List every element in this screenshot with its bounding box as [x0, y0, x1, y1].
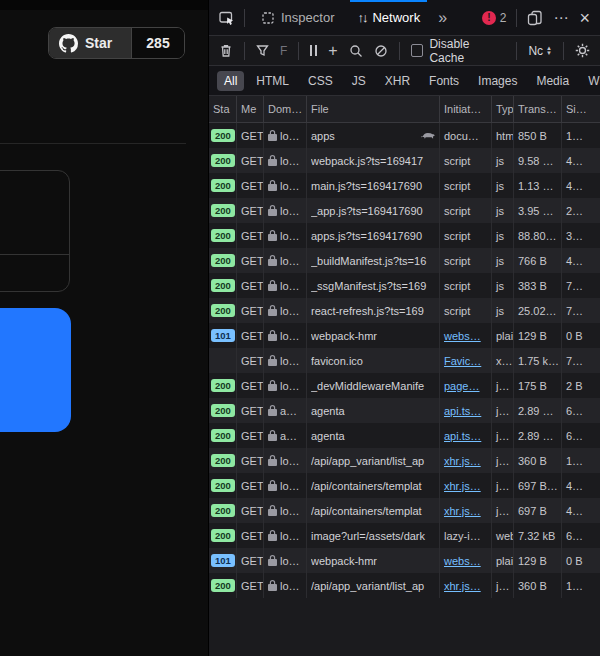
responsive-design-icon[interactable]	[527, 10, 543, 26]
tab-inspector[interactable]: Inspector	[254, 0, 341, 36]
meatball-menu-icon[interactable]: ⋯	[553, 9, 569, 27]
filter-tab-js[interactable]: JS	[345, 71, 373, 91]
initiator-label[interactable]: lazy-i…	[444, 530, 481, 542]
table-row[interactable]: 200 GET lo… _ssgManifest.js?ts=169 scrip…	[209, 273, 600, 298]
error-counter[interactable]: ! 2	[482, 11, 507, 25]
cell-initiator[interactable]: script	[440, 273, 492, 298]
col-status[interactable]: Sta	[209, 96, 237, 122]
clear-requests-icon[interactable]	[219, 43, 233, 58]
col-type[interactable]: Typ	[492, 96, 514, 122]
cell-type: j…	[492, 373, 514, 398]
more-tabs-icon[interactable]: »	[436, 9, 449, 27]
filter-tab-html[interactable]: HTML	[249, 71, 296, 91]
initiator-label[interactable]: page…	[444, 380, 479, 392]
initiator-label[interactable]: webs…	[444, 330, 481, 342]
cell-initiator[interactable]: xhr.js…	[440, 573, 492, 598]
cell-initiator[interactable]: script	[440, 173, 492, 198]
cell-initiator[interactable]: xhr.js…	[440, 473, 492, 498]
table-row[interactable]: GET lo… favicon.ico Favic… x… 1.75 k… 7…	[209, 348, 600, 373]
initiator-label[interactable]: script	[444, 205, 470, 217]
filter-tab-media[interactable]: Media	[529, 71, 576, 91]
table-row[interactable]: 200 GET lo… apps docu… htm 850 B 1…	[209, 123, 600, 148]
cell-initiator[interactable]: docu…	[440, 123, 492, 148]
table-row[interactable]: 200 GET lo… apps.js?ts=169417690 script …	[209, 223, 600, 248]
cell-initiator[interactable]: script	[440, 198, 492, 223]
table-row[interactable]: 200 GET lo… react-refresh.js?ts=169 scri…	[209, 298, 600, 323]
cell-type: js	[492, 173, 514, 198]
cell-initiator[interactable]: api.ts…	[440, 423, 492, 448]
filter-tab-ws[interactable]: WS	[581, 71, 600, 91]
initiator-label[interactable]: script	[444, 255, 470, 267]
table-row[interactable]: 200 GET lo… webpack.js?ts=169417 script …	[209, 148, 600, 173]
cell-initiator[interactable]: xhr.js…	[440, 448, 492, 473]
filter-tab-all[interactable]: All	[217, 71, 244, 91]
cell-initiator[interactable]: Favic…	[440, 348, 492, 373]
initiator-label[interactable]: script	[444, 280, 470, 292]
initiator-label[interactable]: xhr.js…	[444, 580, 481, 592]
filter-tab-xhr[interactable]: XHR	[378, 71, 417, 91]
initiator-label[interactable]: xhr.js…	[444, 480, 481, 492]
new-request-icon[interactable]: +	[328, 43, 337, 59]
initiator-label[interactable]: script	[444, 155, 470, 167]
cell-initiator[interactable]: lazy-i…	[440, 523, 492, 548]
table-row[interactable]: 200 GET lo… /api/containers/templat xhr.…	[209, 498, 600, 523]
star-count[interactable]: 285	[132, 28, 184, 58]
filter-tab-fonts[interactable]: Fonts	[422, 71, 466, 91]
cell-initiator[interactable]: webs…	[440, 323, 492, 348]
initiator-label[interactable]: Favic…	[444, 355, 481, 367]
close-icon[interactable]: ×	[579, 9, 590, 27]
table-row[interactable]: 200 GET lo… _devMiddlewareManife page… j…	[209, 373, 600, 398]
disable-cache-control[interactable]: Disable Cache	[411, 37, 506, 65]
table-row[interactable]: 200 GET lo… main.js?ts=169417690 script …	[209, 173, 600, 198]
col-domain[interactable]: Dom…	[264, 96, 307, 122]
initiator-label[interactable]: script	[444, 180, 470, 192]
tab-network[interactable]: ↑↓ Network	[350, 0, 427, 36]
network-settings-gear-icon[interactable]	[575, 43, 590, 58]
cell-initiator[interactable]: script	[440, 248, 492, 273]
initiator-label[interactable]: api.ts…	[444, 430, 481, 442]
initiator-label[interactable]: xhr.js…	[444, 505, 481, 517]
initiator-label[interactable]: webs…	[444, 555, 481, 567]
col-method[interactable]: Me	[237, 96, 264, 122]
domain-label: lo…	[280, 280, 300, 292]
throttling-dropdown[interactable]: Nc ▲▼	[528, 44, 552, 58]
table-row[interactable]: 101 GET lo… webpack-hmr webs… plai 129 B…	[209, 323, 600, 348]
initiator-label[interactable]: xhr.js…	[444, 455, 481, 467]
pause-traffic-icon[interactable]	[310, 45, 317, 56]
table-row[interactable]: 200 GET lo… /api/app_variant/list_ap xhr…	[209, 573, 600, 598]
table-row[interactable]: 101 GET lo… webpack-hmr webs… plai 129 B…	[209, 548, 600, 573]
primary-blue-panel[interactable]	[0, 308, 71, 432]
table-row[interactable]: 200 GET a… agenta api.ts… j… 2.89 … 6…	[209, 423, 600, 448]
initiator-label[interactable]: docu…	[444, 130, 479, 142]
cell-initiator[interactable]: script	[440, 223, 492, 248]
github-star-button[interactable]: Star	[49, 28, 132, 58]
github-star-widget[interactable]: Star 285	[48, 27, 185, 59]
cell-initiator[interactable]: api.ts…	[440, 398, 492, 423]
col-file[interactable]: File	[307, 96, 440, 122]
cell-initiator[interactable]: script	[440, 148, 492, 173]
col-size[interactable]: Si…	[562, 96, 600, 122]
cell-initiator[interactable]: xhr.js…	[440, 498, 492, 523]
cell-initiator[interactable]: webs…	[440, 548, 492, 573]
initiator-label[interactable]: script	[444, 230, 470, 242]
cell-method: GET	[237, 548, 264, 573]
table-row[interactable]: 200 GET lo… /api/app_variant/list_ap xhr…	[209, 448, 600, 473]
table-row[interactable]: 200 GET lo… /api/containers/templat xhr.…	[209, 473, 600, 498]
block-request-icon[interactable]	[374, 44, 388, 58]
initiator-label[interactable]: script	[444, 305, 470, 317]
filter-tab-css[interactable]: CSS	[301, 71, 340, 91]
filter-urls-input[interactable]: F	[280, 44, 287, 58]
disable-cache-checkbox[interactable]	[411, 44, 424, 57]
col-transferred[interactable]: Trans…	[514, 96, 562, 122]
table-row[interactable]: 200 GET lo… image?url=/assets/dark lazy-…	[209, 523, 600, 548]
pick-element-icon[interactable]	[219, 10, 235, 26]
search-icon[interactable]	[349, 44, 363, 58]
table-row[interactable]: 200 GET lo… _buildManifest.js?ts=16 scri…	[209, 248, 600, 273]
table-row[interactable]: 200 GET a… agenta api.ts… j… 2.89 … 6…	[209, 398, 600, 423]
cell-initiator[interactable]: script	[440, 298, 492, 323]
table-row[interactable]: 200 GET lo… _app.js?ts=169417690 script …	[209, 198, 600, 223]
initiator-label[interactable]: api.ts…	[444, 405, 481, 417]
cell-initiator[interactable]: page…	[440, 373, 492, 398]
col-initiator[interactable]: Initiat…	[440, 96, 492, 122]
filter-tab-images[interactable]: Images	[471, 71, 524, 91]
